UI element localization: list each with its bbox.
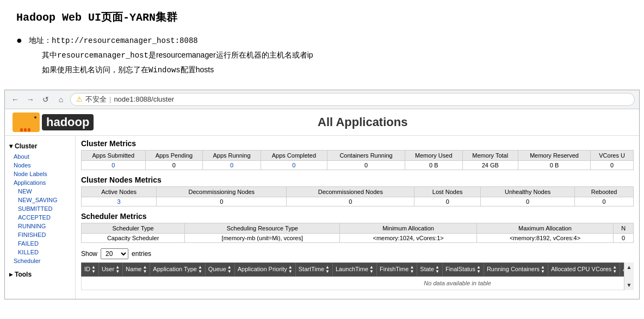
reload-button[interactable]: ↺ <box>40 93 52 105</box>
svg-rect-7 <box>28 128 30 132</box>
hadoop-header: hadoop All Applications <box>5 109 639 136</box>
sidebar-link-scheduler[interactable]: Scheduler <box>5 257 75 265</box>
scroll-down-button[interactable]: ▼ <box>624 280 634 290</box>
main-content: Cluster Metrics Apps SubmittedApps Pendi… <box>76 136 639 299</box>
sidebar-link-new[interactable]: NEW <box>5 187 75 196</box>
sidebar-tools-section: ▸ Tools <box>5 268 75 280</box>
sidebar-link-accepted[interactable]: ACCEPTED <box>5 213 75 222</box>
page-title: All Applications <box>94 115 631 129</box>
apps-table: ID▲▼User▲▼Name▲▼Application Type▲▼Queue▲… <box>81 262 624 290</box>
sidebar-link-submitted[interactable]: SUBMITTED <box>5 204 75 213</box>
sidebar: ▾ Cluster About Nodes Node Labels Applic… <box>5 136 76 299</box>
address-separator: | <box>109 95 111 103</box>
sidebar-link-nodes[interactable]: Nodes <box>5 161 75 170</box>
forward-button[interactable]: → <box>24 93 36 105</box>
apps-table-container: ID▲▼User▲▼Name▲▼Application Type▲▼Queue▲… <box>81 262 634 290</box>
cluster-nodes-title: Cluster Nodes Metrics <box>81 176 634 184</box>
scroll-sidebar: ▲ ▼ <box>624 262 634 290</box>
apps-table-wrapper: ID▲▼User▲▼Name▲▼Application Type▲▼Queue▲… <box>81 262 624 290</box>
security-warning-icon: ⚠ <box>76 95 83 103</box>
annotation-area: Hadoop Web UI页面-YARN集群 ● 地址：http://resou… <box>0 0 644 90</box>
note2: 如果使用主机名访问，别忘了在Windows配置hosts <box>42 62 313 78</box>
bullet-symbol: ● <box>16 35 22 45</box>
address-bar[interactable]: ⚠ 不安全 | node1:8088/cluster <box>70 93 635 106</box>
address-value: http://resourcemanager_host:8088 <box>52 36 198 45</box>
security-warning-text: 不安全 <box>85 95 107 104</box>
logo-text: hadoop <box>42 114 94 130</box>
hadoop-logo: hadoop <box>13 112 94 132</box>
sidebar-link-killed[interactable]: KILLED <box>5 248 75 257</box>
note2-prefix: 如果使用主机名访问，别忘了在 <box>42 65 148 74</box>
cluster-metrics-title: Cluster Metrics <box>81 139 634 148</box>
note1-suffix: 是resourcemanager运行所在机器的主机名或者ip <box>148 51 313 59</box>
home-button[interactable]: ⌂ <box>55 93 67 105</box>
sidebar-link-applications[interactable]: Applications <box>5 178 75 187</box>
sidebar-link-running[interactable]: RUNNING <box>5 222 75 230</box>
note1-prefix: 其中 <box>42 51 57 59</box>
svg-point-3 <box>34 121 39 124</box>
cluster-label: Cluster <box>15 142 37 150</box>
sidebar-link-nodelabels[interactable]: Node Labels <box>5 170 75 178</box>
sidebar-cluster-section: ▾ Cluster About Nodes Node Labels Applic… <box>5 140 75 265</box>
sidebar-link-new-saving[interactable]: NEW_SAVING <box>5 196 75 204</box>
hadoop-ui-body: ▾ Cluster About Nodes Node Labels Applic… <box>5 136 639 299</box>
sidebar-tools-title[interactable]: ▸ Tools <box>5 268 75 280</box>
show-label: Show <box>81 250 97 258</box>
browser-toolbar: ← → ↺ ⌂ ⚠ 不安全 | node1:8088/cluster <box>5 90 639 109</box>
cluster-metrics-table: Apps SubmittedApps PendingApps RunningAp… <box>81 150 634 170</box>
scheduler-metrics-title: Scheduler Metrics <box>81 212 634 221</box>
sidebar-cluster-title[interactable]: ▾ Cluster <box>5 140 75 152</box>
sidebar-link-finished[interactable]: FINISHED <box>5 230 75 239</box>
svg-rect-5 <box>20 128 23 132</box>
url-text: node1:8088/cluster <box>114 95 174 103</box>
elephant-logo <box>13 112 40 132</box>
hadoop-ui-container: hadoop All Applications ▾ Cluster About … <box>5 109 639 299</box>
show-entries-control: Show 102050100 entries <box>81 248 634 259</box>
tools-label: Tools <box>15 271 32 278</box>
svg-rect-6 <box>24 128 27 132</box>
tools-toggle-icon: ▸ <box>9 271 13 278</box>
scheduler-metrics-table: Scheduler TypeScheduling Resource TypeMi… <box>81 223 634 243</box>
note2-code: Windows <box>148 66 181 74</box>
address-label: 地址： <box>29 36 52 45</box>
bullet-content: 地址：http://resourcemanager_host:8088 其中re… <box>29 34 313 78</box>
entries-select[interactable]: 102050100 <box>101 248 128 259</box>
note1: 其中resourcemanager_host是resourcemanager运行… <box>42 48 313 63</box>
note2-suffix: 配置hosts <box>181 65 214 74</box>
note1-code: resourcemanager_host <box>57 51 148 60</box>
sidebar-link-failed[interactable]: FAILED <box>5 239 75 248</box>
cluster-toggle-icon: ▾ <box>9 142 13 150</box>
scroll-up-button[interactable]: ▲ <box>624 262 634 272</box>
apps-no-data: No data available in table <box>82 276 624 290</box>
browser-window: ← → ↺ ⌂ ⚠ 不安全 | node1:8088/cluster <box>4 90 640 299</box>
bullet-item: ● 地址：http://resourcemanager_host:8088 其中… <box>16 34 628 78</box>
cluster-nodes-table: Active NodesDecommissioning NodesDecommi… <box>81 186 634 207</box>
back-button[interactable]: ← <box>9 93 21 105</box>
svg-point-4 <box>34 116 36 118</box>
page-heading: Hadoop Web UI页面-YARN集群 <box>16 10 628 24</box>
sidebar-link-about[interactable]: About <box>5 152 75 161</box>
entries-label: entries <box>132 250 151 258</box>
